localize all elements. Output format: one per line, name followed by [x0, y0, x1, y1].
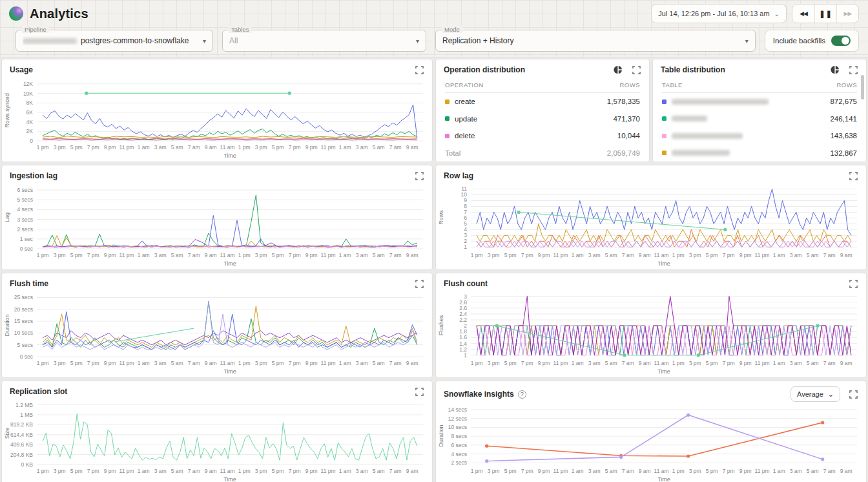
tables-select[interactable]: Tables All ▾: [222, 30, 426, 52]
svg-text:9 pm: 9 pm: [739, 252, 752, 258]
svg-text:4: 4: [464, 226, 467, 233]
column-header-rows: ROWS: [836, 81, 857, 89]
expand-icon[interactable]: [848, 278, 858, 289]
include-backfills-label: Include backfills: [773, 37, 825, 45]
svg-text:3 am: 3 am: [790, 360, 802, 366]
expand-icon[interactable]: [631, 65, 641, 75]
svg-text:1 MB: 1 MB: [20, 412, 33, 418]
svg-text:5 am: 5 am: [373, 252, 385, 258]
expand-icon[interactable]: [414, 386, 424, 397]
svg-text:5 pm: 5 pm: [272, 252, 284, 258]
rewind-icon: ◀◀: [800, 10, 807, 17]
include-backfills-toggle[interactable]: [831, 36, 851, 46]
svg-text:3 pm: 3 pm: [255, 360, 267, 366]
mode-select[interactable]: Mode Replication + History ▾: [435, 30, 756, 52]
redacted-table-name: [672, 150, 730, 156]
row-value: 143,638: [830, 132, 857, 140]
help-icon[interactable]: ?: [518, 390, 526, 399]
row-value: 10,044: [617, 132, 640, 140]
lag-blue-line: [43, 216, 417, 247]
pipeline-value: postgres-common-to-snowflake: [81, 36, 189, 45]
column-header-operation: OPERATION: [445, 81, 484, 89]
svg-text:1 am: 1 am: [339, 468, 351, 474]
flush-count-plot: 11.21.41.61.822.22.42.62.831 pm3 pm5 pm7…: [437, 290, 863, 376]
svg-text:11 am: 11 am: [220, 468, 235, 474]
rowlag-lavender-line: [477, 241, 851, 247]
series-color-swatch: [662, 100, 666, 104]
total-label: Total: [445, 149, 607, 157]
svg-text:11 pm: 11 pm: [755, 252, 770, 258]
svg-text:7 pm: 7 pm: [521, 252, 533, 258]
svg-text:2.8: 2.8: [459, 299, 467, 306]
count-trend-mint-marker: [495, 324, 499, 328]
flush-time-plot: 0 sec5 secs10 secs15 secs20 secs25 secs1…: [3, 290, 429, 376]
expand-icon[interactable]: [414, 278, 424, 289]
date-range-picker[interactable]: Jul 14, 12:26 pm - Jul 16, 10:13 am ⌄: [651, 4, 787, 23]
top-bar: Analytics Jul 14, 12:26 pm - Jul 16, 10:…: [0, 0, 868, 58]
svg-text:1: 1: [464, 352, 467, 359]
aggregation-select[interactable]: Average ⌄: [790, 386, 840, 402]
snowflake-insights-title: Snowflake insights: [444, 390, 514, 399]
svg-text:9 pm: 9 pm: [104, 360, 116, 366]
svg-text:2 secs: 2 secs: [451, 459, 467, 466]
pie-chart-toggle-icon[interactable]: [613, 65, 623, 75]
pipeline-select[interactable]: Pipeline postgres-common-to-snowflake ▾: [16, 30, 213, 52]
pipeline-label: Pipeline: [22, 26, 49, 33]
svg-text:1 am: 1 am: [138, 360, 150, 366]
expand-icon[interactable]: [414, 171, 424, 181]
svg-text:5 pm: 5 pm: [504, 360, 517, 366]
svg-text:5 secs: 5 secs: [17, 196, 33, 203]
svg-text:3 pm: 3 pm: [54, 468, 66, 474]
svg-text:3 pm: 3 pm: [689, 468, 701, 474]
pause-button[interactable]: ❚❚: [814, 5, 836, 23]
svg-text:9 am: 9 am: [840, 360, 852, 366]
scrollbar-thumb[interactable]: [861, 75, 864, 100]
svg-text:1 am: 1 am: [773, 360, 785, 366]
svg-text:1 pm: 1 pm: [471, 360, 483, 366]
svg-text:1.2: 1.2: [459, 346, 467, 353]
svg-text:5 am: 5 am: [171, 360, 183, 366]
replication-slot-card: Replication slot 0 KB204.8 KB409.6 KB614…: [1, 381, 433, 482]
row-lag-card: Row lag 12345678910111 pm3 pm5 pm7 pm9 p…: [435, 165, 867, 270]
playback-controls: ◀◀ ❚❚ ▶▶: [792, 4, 859, 23]
svg-text:5: 5: [464, 220, 467, 227]
usage-chart: 02K4K6K8K10K12K1 pm3 pm5 pm7 pm9 pm11 pm…: [3, 76, 429, 162]
svg-text:14 secs: 14 secs: [448, 406, 467, 413]
include-backfills-control[interactable]: Include backfills: [765, 30, 859, 52]
svg-text:Time: Time: [657, 368, 670, 375]
svg-text:9 am: 9 am: [205, 360, 217, 366]
series-color-swatch: [445, 100, 450, 104]
svg-text:9 am: 9 am: [406, 468, 418, 474]
svg-text:1 am: 1 am: [138, 252, 150, 258]
svg-text:15 secs: 15 secs: [14, 318, 33, 324]
svg-text:1 am: 1 am: [773, 252, 785, 258]
brand: Analytics: [9, 6, 88, 21]
svg-text:3 am: 3 am: [154, 252, 167, 258]
svg-text:4 secs: 4 secs: [451, 451, 467, 457]
tables-label: Tables: [229, 26, 251, 33]
pie-chart-toggle-icon[interactable]: [830, 65, 840, 75]
expand-icon[interactable]: [848, 171, 858, 181]
count-trend-mint-marker: [623, 353, 626, 357]
fast-forward-button[interactable]: ▶▶: [836, 5, 858, 23]
svg-text:5 am: 5 am: [807, 360, 819, 366]
snowflake-insights-plot: 2 secs4 secs6 secs8 secs10 secs12 secs14…: [437, 403, 863, 482]
svg-text:7 pm: 7 pm: [723, 360, 735, 366]
svg-text:2.4: 2.4: [459, 311, 467, 317]
expand-icon[interactable]: [848, 65, 858, 75]
svg-text:3: 3: [464, 232, 467, 238]
svg-text:1 am: 1 am: [773, 468, 785, 474]
expand-icon[interactable]: [414, 65, 424, 75]
rows-green-line: [43, 129, 417, 140]
svg-text:819.2 KB: 819.2 KB: [10, 421, 33, 428]
operation-distribution-title: Operation distribution: [444, 65, 525, 74]
row-value: 132,867: [830, 149, 857, 157]
rewind-button[interactable]: ◀◀: [792, 5, 814, 23]
table-body: create1,578,335update471,370delete10,044: [445, 93, 640, 145]
table-row: 132,867: [662, 145, 857, 162]
svg-text:409.6 KB: 409.6 KB: [10, 441, 33, 448]
svg-text:5 am: 5 am: [373, 144, 385, 151]
expand-icon[interactable]: [848, 389, 858, 399]
svg-text:2: 2: [464, 238, 467, 244]
svg-text:Time: Time: [657, 260, 670, 267]
